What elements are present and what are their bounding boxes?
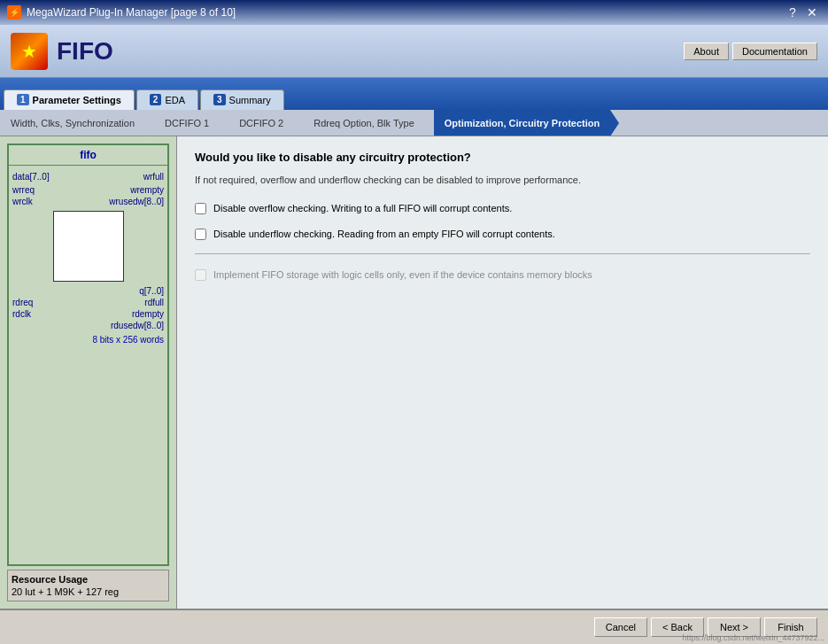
- question-title: Would you like to disable any circuitry …: [195, 151, 810, 164]
- tab-label-1: Parameter Settings: [33, 95, 121, 105]
- description: If not required, overflow and underflow …: [195, 173, 810, 188]
- signal-row-rdusedw: rdusedw[8..0]: [9, 320, 167, 331]
- signal-rdclk: rdclk: [12, 309, 31, 319]
- main-content: fifo data[7..0] wrfull wrreq wrempty wrc…: [0, 136, 828, 609]
- title-bar-left: ⚡ MegaWizard Plug-In Manager [page 8 of …: [7, 5, 236, 19]
- help-button[interactable]: ?: [784, 4, 801, 20]
- option-overflow-row: Disable overflow checking. Writing to a …: [195, 202, 810, 215]
- watermark: https://blog.csdn.net/weixin_44737922...: [682, 633, 824, 642]
- left-panel: fifo data[7..0] wrfull wrreq wrempty wrc…: [0, 136, 177, 609]
- tab-number-2: 2: [150, 94, 162, 105]
- resource-usage-value: 20 lut + 1 M9K + 127 reg: [12, 586, 165, 597]
- fifo-title: fifo: [9, 145, 167, 166]
- app-logo: [11, 33, 48, 70]
- breadcrumb-arrow-1: [145, 110, 154, 136]
- signal-row-wr: wrreq wrempty: [9, 184, 167, 196]
- signal-row-rdclk: rdclk rdempty: [9, 308, 167, 320]
- underflow-checkbox[interactable]: [195, 229, 206, 240]
- signal-wrreq: wrreq: [12, 185, 35, 195]
- tab-eda[interactable]: 2 EDA: [136, 89, 198, 110]
- divider: [195, 253, 810, 254]
- signal-wrusedw: wrusedw[8..0]: [109, 197, 164, 206]
- tabs-row: 1 Parameter Settings 2 EDA 3 Summary: [0, 78, 828, 110]
- title-bar: ⚡ MegaWizard Plug-In Manager [page 8 of …: [0, 0, 828, 25]
- header-buttons: About Documentation: [684, 43, 817, 60]
- breadcrumb-4[interactable]: Rdreq Option, Blk Type: [303, 110, 425, 136]
- breadcrumb-arrow-2: [220, 110, 228, 136]
- tab-label-3: Summary: [229, 95, 271, 105]
- header: FIFO About Documentation: [0, 25, 828, 78]
- breadcrumb-arrow-4: [425, 110, 434, 136]
- signal-wrclk: wrclk: [12, 197, 33, 206]
- tab-summary[interactable]: 3 Summary: [200, 89, 284, 110]
- breadcrumb-3[interactable]: DCFIFO 2: [228, 110, 294, 136]
- signal-data: data[7..0]: [12, 172, 50, 182]
- about-button[interactable]: About: [684, 43, 729, 60]
- signal-row-rd: rdreq rdfull: [9, 297, 167, 308]
- title-bar-controls: ? ✕: [784, 4, 821, 20]
- fifo-content: data[7..0] wrfull wrreq wrempty wrclk wr…: [9, 166, 167, 350]
- signal-row-wrclk: wrclk wrusedw[8..0]: [9, 196, 167, 207]
- fifo-diagram: fifo data[7..0] wrfull wrreq wrempty wrc…: [7, 144, 169, 566]
- underflow-label: Disable underflow checking. Reading from…: [213, 228, 555, 241]
- window-title: MegaWizard Plug-In Manager [page 8 of 10…: [27, 6, 236, 19]
- signal-rdempty: rdempty: [132, 309, 164, 319]
- right-panel: Would you like to disable any circuitry …: [177, 136, 828, 609]
- breadcrumb-arrow-3: [294, 110, 303, 136]
- breadcrumb-row: Width, Clks, Synchronization DCFIFO 1 DC…: [0, 110, 828, 136]
- tab-number-1: 1: [17, 94, 29, 105]
- signal-row-data: data[7..0] wrfull: [9, 169, 167, 184]
- close-button[interactable]: ✕: [803, 4, 821, 20]
- fifo-size-label: 8 bits x 256 words: [9, 331, 167, 346]
- breadcrumb-2[interactable]: DCFIFO 1: [154, 110, 220, 136]
- breadcrumb-1[interactable]: Width, Clks, Synchronization: [0, 110, 145, 136]
- signal-rdreq: rdreq: [12, 298, 33, 307]
- option-logic-cells-row: Implement FIFO storage with logic cells …: [195, 268, 810, 282]
- logic-cells-checkbox[interactable]: [195, 269, 206, 281]
- resource-usage: Resource Usage 20 lut + 1 M9K + 127 reg: [7, 570, 169, 601]
- signal-rdusedw: rdusedw[8..0]: [111, 321, 164, 330]
- signal-row-q: q[7..0]: [9, 285, 167, 297]
- overflow-label: Disable overflow checking. Writing to a …: [213, 202, 512, 215]
- tab-parameter-settings[interactable]: 1 Parameter Settings: [4, 89, 135, 110]
- overflow-checkbox[interactable]: [195, 203, 206, 214]
- option-underflow-row: Disable underflow checking. Reading from…: [195, 228, 810, 241]
- logic-cells-label: Implement FIFO storage with logic cells …: [213, 268, 592, 282]
- tab-label-2: EDA: [165, 95, 185, 105]
- signal-q: q[7..0]: [139, 286, 164, 296]
- documentation-button[interactable]: Documentation: [732, 43, 817, 60]
- cancel-button[interactable]: Cancel: [594, 617, 647, 637]
- resource-usage-title: Resource Usage: [12, 574, 165, 585]
- header-left: FIFO: [11, 33, 113, 70]
- app-icon: ⚡: [7, 5, 21, 19]
- signal-wrfull: wrfull: [143, 172, 164, 182]
- app-title: FIFO: [57, 37, 113, 66]
- breadcrumb-arrow-5: [610, 110, 619, 136]
- signal-wrempty: wrempty: [130, 185, 164, 195]
- tab-number-3: 3: [213, 94, 226, 105]
- breadcrumb-5[interactable]: Optimization, Circuitry Protection: [434, 110, 610, 136]
- fifo-rect: [53, 211, 124, 282]
- signal-rdfull: rdfull: [144, 298, 164, 307]
